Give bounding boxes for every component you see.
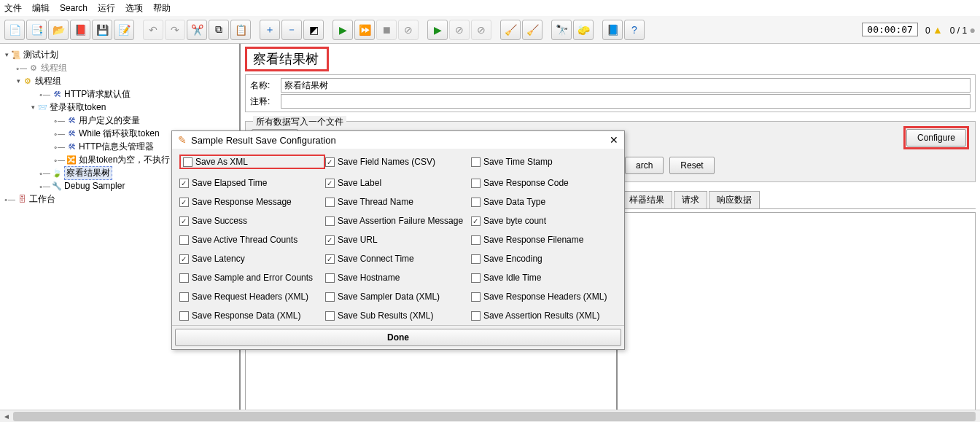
collapse-icon[interactable]: －	[281, 20, 302, 40]
dialog-titlebar[interactable]: ✎ Sample Result Save Configuration ✕	[172, 131, 624, 149]
menu-search[interactable]: Search	[60, 3, 88, 13]
close-icon[interactable]: ✕	[610, 134, 618, 146]
configure-button[interactable]: Configure	[906, 129, 966, 146]
checkbox-icon[interactable]	[179, 311, 189, 321]
reset-search-icon[interactable]: 🧽	[573, 20, 594, 40]
tab-request[interactable]: 请求	[674, 191, 707, 208]
checkbox-icon[interactable]	[471, 157, 481, 167]
horizontal-scrollbar[interactable]: ◂ ▸	[0, 410, 980, 422]
save-option-checkbox[interactable]: Save Latency	[179, 254, 325, 264]
checkbox-icon[interactable]	[471, 216, 481, 226]
tree-login[interactable]: ▾ 📨 登录获取token	[1, 101, 238, 114]
start-no-timers-icon[interactable]: ⏩	[354, 20, 375, 40]
checkbox-icon[interactable]	[325, 157, 335, 167]
help-icon[interactable]: ?	[624, 20, 645, 40]
save-option-checkbox[interactable]: Save Response Filename	[471, 235, 617, 245]
results-detail-area[interactable]	[618, 213, 975, 418]
save-option-checkbox[interactable]: Save As XML	[183, 157, 248, 167]
paste-icon[interactable]: 📋	[230, 20, 251, 40]
checkbox-icon[interactable]	[325, 235, 335, 245]
expand-icon[interactable]: ＋	[260, 20, 280, 40]
save-option-checkbox[interactable]: Save Assertion Results (XML)	[471, 310, 617, 321]
tab-response[interactable]: 响应数据	[709, 191, 760, 208]
save-option-checkbox[interactable]: Save Sample and Error Counts	[179, 273, 325, 283]
save-icon[interactable]: 💾	[92, 20, 112, 40]
menu-run[interactable]: 运行	[98, 2, 115, 15]
save-option-checkbox[interactable]: Save Label	[325, 178, 471, 188]
checkbox-icon[interactable]	[471, 198, 481, 207]
save-option-checkbox[interactable]: Save Thread Name	[325, 197, 471, 207]
checkbox-icon[interactable]	[179, 198, 189, 207]
checkbox-icon[interactable]	[179, 254, 189, 264]
checkbox-icon[interactable]	[471, 292, 481, 302]
comment-input[interactable]	[281, 94, 971, 109]
checkbox-icon[interactable]	[179, 216, 189, 226]
function-helper-icon[interactable]: 📘	[602, 20, 623, 40]
checkbox-icon[interactable]	[471, 179, 481, 188]
checkbox-icon[interactable]	[325, 292, 335, 302]
name-input[interactable]	[281, 78, 971, 93]
checkbox-icon[interactable]	[471, 254, 481, 264]
save-option-checkbox[interactable]: Save Response Data (XML)	[179, 310, 325, 321]
menu-options[interactable]: 选项	[125, 2, 143, 15]
scroll-left-icon[interactable]: ◂	[0, 410, 13, 422]
save-as-icon[interactable]: 📝	[114, 20, 134, 40]
toggle-icon[interactable]: ▾	[3, 51, 10, 58]
done-button[interactable]: Done	[175, 329, 621, 346]
checkbox-icon[interactable]	[325, 273, 335, 283]
start-icon[interactable]: ▶	[332, 20, 353, 40]
save-option-checkbox[interactable]: Save Elapsed Time	[179, 178, 325, 188]
menu-edit[interactable]: 编辑	[32, 2, 50, 15]
save-option-checkbox[interactable]: Save Connect Time	[325, 254, 471, 264]
search-icon[interactable]: 🔭	[551, 20, 572, 40]
toggle-icon[interactable]: ▾	[15, 77, 22, 85]
remote-shutdown-icon[interactable]: ⊘	[471, 20, 491, 40]
redo-icon[interactable]: ↷	[165, 20, 185, 40]
save-option-checkbox[interactable]: Save Active Thread Counts	[179, 235, 325, 245]
remote-start-icon[interactable]: ▶	[427, 20, 448, 40]
save-option-checkbox[interactable]: Save Request Headers (XML)	[179, 292, 325, 302]
scroll-thumb[interactable]	[13, 412, 976, 421]
checkbox-icon[interactable]	[179, 292, 189, 302]
checkbox-icon[interactable]	[325, 198, 335, 207]
save-option-checkbox[interactable]: Save Sub Results (XML)	[325, 310, 471, 321]
save-option-checkbox[interactable]: Save Time Stamp	[471, 155, 617, 169]
save-option-checkbox[interactable]: Save Encoding	[471, 254, 617, 264]
save-option-checkbox[interactable]: Save Response Message	[179, 197, 325, 207]
remote-stop-icon[interactable]: ⊘	[449, 20, 470, 40]
save-option-checkbox[interactable]: Save Idle Time	[471, 273, 617, 283]
open-icon[interactable]: 📂	[48, 20, 69, 40]
checkbox-icon[interactable]	[325, 216, 335, 226]
save-option-checkbox[interactable]: Save Assertion Failure Message	[325, 216, 471, 226]
checkbox-icon[interactable]	[325, 311, 335, 321]
tree-http-defaults[interactable]: ∘— 🛠 HTTP请求默认值	[1, 87, 238, 101]
save-option-checkbox[interactable]: Save Sampler Data (XML)	[325, 292, 471, 302]
menu-help[interactable]: 帮助	[153, 2, 171, 15]
undo-icon[interactable]: ↶	[143, 20, 163, 40]
checkbox-icon[interactable]	[183, 157, 192, 167]
save-option-checkbox[interactable]: Save Field Names (CSV)	[325, 155, 471, 169]
toggle-icon[interactable]: ▾	[29, 103, 36, 111]
tree-root[interactable]: ▾ 📜 测试计划	[1, 48, 238, 61]
checkbox-icon[interactable]	[325, 254, 335, 264]
checkbox-icon[interactable]	[471, 235, 481, 245]
search-button[interactable]: arch	[625, 157, 664, 174]
checkbox-icon[interactable]	[179, 273, 189, 283]
clear-icon[interactable]: 🧹	[500, 20, 521, 40]
close-icon[interactable]: 📕	[70, 20, 90, 40]
tree-user-vars[interactable]: ∘— 🛠 用户定义的变量	[1, 114, 238, 127]
tab-sampler-result[interactable]: 样器结果	[621, 191, 672, 208]
checkbox-icon[interactable]	[471, 273, 481, 283]
checkbox-icon[interactable]	[325, 179, 335, 188]
tree-tg-disabled[interactable]: ∘— ⚙ 线程组	[1, 61, 238, 74]
menu-file[interactable]: 文件	[4, 2, 22, 15]
toggle-icon[interactable]: ◩	[303, 20, 324, 40]
save-option-checkbox[interactable]: Save URL	[325, 235, 471, 245]
save-option-checkbox[interactable]: Save Data Type	[471, 197, 617, 207]
save-option-checkbox[interactable]: Save byte count	[471, 216, 617, 226]
tree-tg[interactable]: ▾ ⚙ 线程组	[1, 74, 238, 87]
reset-button[interactable]: Reset	[669, 157, 714, 174]
checkbox-icon[interactable]	[471, 311, 481, 321]
copy-icon[interactable]: ⧉	[209, 20, 229, 40]
cut-icon[interactable]: ✂️	[187, 20, 207, 40]
